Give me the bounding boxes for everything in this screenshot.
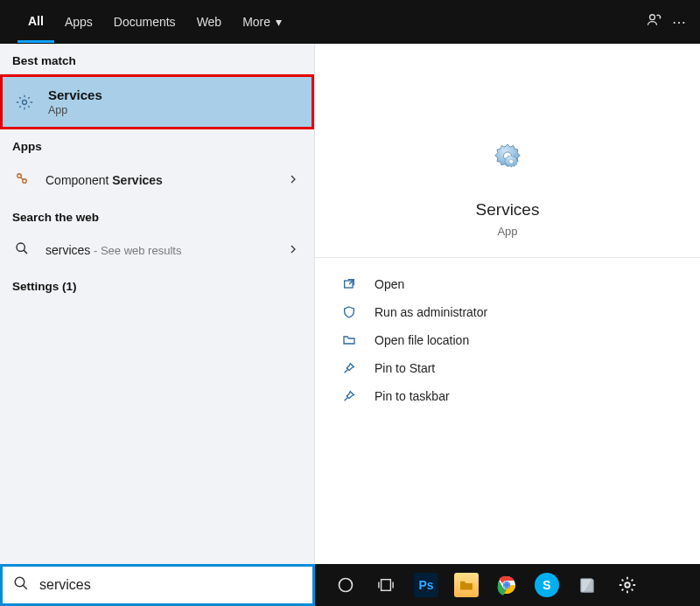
taskbar-app-skype[interactable]: S xyxy=(530,568,564,602)
gear-icon xyxy=(15,93,34,112)
best-match-subtitle: App xyxy=(48,104,102,116)
svg-rect-10 xyxy=(382,580,391,591)
tab-more-label: More xyxy=(242,15,270,29)
action-label: Run as administrator xyxy=(374,305,487,319)
result-label: services - See web results xyxy=(46,243,181,257)
tab-web[interactable]: Web xyxy=(186,11,233,41)
best-match-result[interactable]: Services App xyxy=(0,74,314,129)
taskbar-app-chrome[interactable] xyxy=(490,568,523,602)
svg-point-1 xyxy=(23,100,27,104)
svg-point-9 xyxy=(340,579,353,592)
search-input[interactable] xyxy=(39,577,302,593)
cortana-icon[interactable] xyxy=(329,568,362,602)
task-view-icon[interactable] xyxy=(369,568,402,602)
svg-point-4 xyxy=(17,243,24,251)
section-best-match: Best match xyxy=(0,44,314,74)
feedback-icon[interactable] xyxy=(642,11,667,32)
preview-subtitle: App xyxy=(497,225,517,238)
tab-apps[interactable]: Apps xyxy=(54,11,103,41)
open-icon xyxy=(341,277,357,291)
chevron-down-icon: ▾ xyxy=(276,15,282,29)
section-apps: Apps xyxy=(0,129,314,160)
services-app-icon xyxy=(486,139,528,185)
taskbar-app-settings[interactable] xyxy=(611,568,644,602)
search-scope-tabs: All Apps Documents Web More ▾ ⋯ xyxy=(0,0,700,44)
result-web-search[interactable]: services - See web results xyxy=(0,231,314,269)
results-pane: Best match Services App Apps Compone xyxy=(0,44,315,564)
search-icon xyxy=(12,241,32,259)
action-label: Open file location xyxy=(374,333,469,347)
chevron-right-icon xyxy=(288,242,298,258)
best-match-title: Services xyxy=(48,87,102,102)
svg-point-14 xyxy=(504,582,509,588)
pin-icon xyxy=(341,361,357,375)
tab-all[interactable]: All xyxy=(18,10,54,43)
action-label: Pin to Start xyxy=(374,361,435,375)
tab-documents[interactable]: Documents xyxy=(103,11,186,41)
section-search-web: Search the web xyxy=(0,200,314,231)
tab-more[interactable]: More ▾ xyxy=(232,11,292,41)
folder-icon xyxy=(341,333,357,347)
shield-icon xyxy=(341,305,357,319)
preview-hero: Services App xyxy=(315,44,700,258)
taskbar: Ps S xyxy=(0,564,700,606)
taskbar-app-explorer[interactable] xyxy=(450,568,483,602)
action-pin-start[interactable]: Pin to Start xyxy=(341,354,674,382)
svg-point-16 xyxy=(625,582,630,588)
component-services-icon xyxy=(12,171,32,190)
more-options-icon[interactable]: ⋯ xyxy=(667,14,691,31)
action-run-admin[interactable]: Run as administrator xyxy=(341,298,674,326)
taskbar-app-notes[interactable] xyxy=(570,568,604,602)
action-open-location[interactable]: Open file location xyxy=(341,326,674,354)
svg-point-0 xyxy=(650,15,655,20)
action-label: Pin to taskbar xyxy=(374,389,450,403)
svg-point-8 xyxy=(15,577,24,587)
chevron-right-icon xyxy=(288,172,298,188)
result-label: Component Services xyxy=(46,173,163,187)
preview-pane: Services App Open Run as administrator xyxy=(315,44,700,564)
taskbar-search[interactable] xyxy=(0,564,315,606)
action-open[interactable]: Open xyxy=(341,270,674,298)
preview-title: Services xyxy=(476,200,540,219)
pin-icon xyxy=(341,389,357,403)
search-icon xyxy=(13,575,29,595)
section-settings[interactable]: Settings (1) xyxy=(0,269,314,300)
action-pin-taskbar[interactable]: Pin to taskbar xyxy=(341,382,674,410)
result-component-services[interactable]: Component Services xyxy=(0,160,314,200)
action-label: Open xyxy=(374,277,404,291)
svg-point-6 xyxy=(509,159,514,164)
preview-actions: Open Run as administrator Open file loca… xyxy=(315,258,700,422)
taskbar-app-photoshop[interactable]: Ps xyxy=(410,568,443,602)
